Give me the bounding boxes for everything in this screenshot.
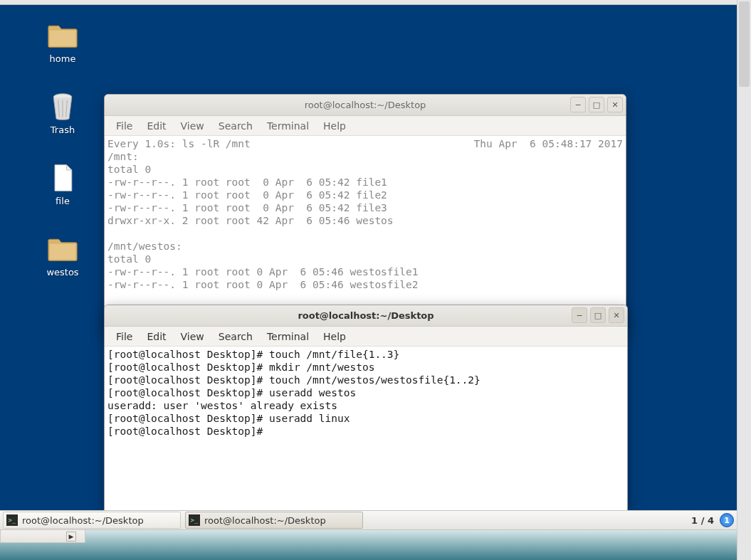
desktop-icon-label: westos	[34, 267, 91, 278]
terminal-icon: >_	[189, 514, 200, 526]
close-button[interactable]: ✕	[607, 97, 623, 112]
menu-help[interactable]: Help	[316, 117, 353, 134]
output-line: -rw-r--r--. 1 root root 0 Apr 6 05:46 we…	[107, 266, 419, 278]
scrollbar-handle[interactable]	[739, 1, 750, 87]
output-line: -rw-r--r--. 1 root root 0 Apr 6 05:46 we…	[107, 279, 419, 290]
notification-badge[interactable]: 1	[720, 513, 734, 527]
menu-file[interactable]: File	[109, 117, 140, 134]
terminal-output[interactable]: Every 1.0s: ls -lR /mntThu Apr 6 05:48:1…	[105, 136, 626, 292]
watch-header-left: Every 1.0s: ls -lR /mnt	[107, 138, 251, 149]
terminal-window-shell[interactable]: root@localhost:~/Desktop ─ □ ✕ File Edit…	[104, 305, 628, 511]
maximize-button[interactable]: □	[590, 307, 606, 323]
desktop-icon-file[interactable]: file	[34, 163, 91, 206]
top-panel	[0, 0, 751, 5]
workspace-pager[interactable]: 1 / 4	[691, 515, 714, 526]
output-line: /mnt/westos:	[107, 241, 182, 252]
menu-view[interactable]: View	[174, 117, 211, 134]
output-line: [root@localhost Desktop]#	[107, 426, 269, 437]
menu-terminal[interactable]: Terminal	[260, 328, 316, 345]
terminal-output[interactable]: [root@localhost Desktop]# touch /mnt/fil…	[105, 347, 627, 439]
taskbar-item[interactable]: >_ root@localhost:~/Desktop	[3, 512, 181, 529]
output-line: total 0	[107, 164, 151, 175]
output-line: [root@localhost Desktop]# touch /mnt/wes…	[107, 374, 480, 386]
maximize-button[interactable]: □	[589, 97, 604, 112]
window-title: root@localhost:~/Desktop	[110, 310, 621, 321]
titlebar[interactable]: root@localhost:~/Desktop ─ □ ✕	[105, 95, 626, 116]
menu-edit[interactable]: Edit	[140, 117, 173, 134]
terminal-icon: >_	[6, 514, 18, 526]
desktop-icon-trash[interactable]: Trash	[34, 92, 91, 135]
terminal-window-watch[interactable]: root@localhost:~/Desktop ─ □ ✕ File Edit…	[104, 94, 626, 336]
taskbar-item[interactable]: >_ root@localhost:~/Desktop	[185, 512, 363, 529]
output-line: -rw-r--r--. 1 root root 0 Apr 6 05:42 fi…	[107, 176, 387, 188]
bottom-strip: ▶	[0, 530, 737, 560]
taskbar-item-label: root@localhost:~/Desktop	[22, 515, 144, 526]
output-line: [root@localhost Desktop]# useradd westos	[107, 387, 356, 398]
page-scrollbar[interactable]	[737, 0, 751, 560]
minimize-button[interactable]: ─	[572, 307, 587, 323]
menu-search[interactable]: Search	[211, 328, 260, 345]
bottom-scroll-bar: ▶	[0, 530, 85, 543]
desktop-icon-label: Trash	[34, 125, 91, 135]
output-line: -rw-r--r--. 1 root root 0 Apr 6 05:42 fi…	[107, 189, 387, 201]
menu-file[interactable]: File	[109, 328, 140, 345]
desktop-icon-label: file	[34, 196, 91, 206]
desktop-icon-westos[interactable]: westos	[34, 234, 91, 278]
menu-help[interactable]: Help	[316, 328, 353, 345]
scroll-right-button[interactable]: ▶	[66, 532, 76, 541]
output-line: drwxr-xr-x. 2 root root 42 Apr 6 05:46 w…	[107, 215, 394, 226]
output-line: useradd: user 'westos' already exists	[107, 400, 337, 411]
output-line: total 0	[107, 253, 151, 265]
minimize-button[interactable]: ─	[570, 97, 586, 112]
trash-icon	[46, 92, 80, 122]
output-line: [root@localhost Desktop]# mkdir /mnt/wes…	[107, 361, 374, 373]
output-line: /mnt:	[107, 151, 139, 162]
file-icon	[46, 163, 80, 193]
close-button[interactable]: ✕	[609, 307, 624, 323]
menubar: File Edit View Search Terminal Help	[105, 327, 627, 347]
watch-header-right: Thu Apr 6 05:48:17 2017	[473, 137, 623, 150]
output-line: -rw-r--r--. 1 root root 0 Apr 6 05:42 fi…	[107, 202, 387, 213]
menu-edit[interactable]: Edit	[140, 328, 173, 345]
output-line: [root@localhost Desktop]# useradd linux	[107, 413, 350, 424]
folder-icon	[46, 21, 80, 51]
menu-view[interactable]: View	[174, 328, 211, 345]
desktop-icon-home[interactable]: home	[34, 21, 91, 64]
titlebar[interactable]: root@localhost:~/Desktop ─ □ ✕	[105, 305, 627, 327]
menu-search[interactable]: Search	[211, 117, 260, 134]
desktop-icon-label: home	[34, 53, 91, 64]
taskbar: >_ root@localhost:~/Desktop >_ root@loca…	[0, 510, 737, 530]
taskbar-item-label: root@localhost:~/Desktop	[204, 515, 326, 526]
desktop: home Trash file westos root@localhost:~/…	[0, 5, 737, 560]
folder-icon	[46, 234, 80, 264]
window-title: root@localhost:~/Desktop	[110, 100, 620, 110]
menubar: File Edit View Search Terminal Help	[105, 116, 626, 136]
output-line: [root@localhost Desktop]# touch /mnt/fil…	[107, 349, 399, 360]
menu-terminal[interactable]: Terminal	[260, 117, 316, 134]
